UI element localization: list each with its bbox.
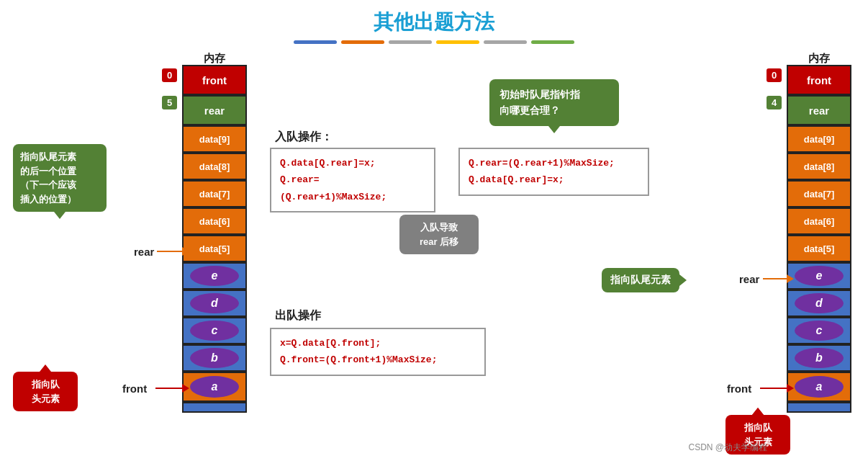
right-memory-label: 内存 [787,52,851,66]
right-cell-d: d [787,290,851,317]
code1-line1: Q.data[Q.rear]=x; [280,158,376,169]
left-bubble-green: 指向队尾元素 的后一个位置 （下一个应该 插入的位置） [13,144,107,212]
right-index-0: 0 [767,68,782,82]
right-rear-label: rear [739,273,759,285]
left-cell-data8: data[8] [182,153,247,180]
left-memory-label: 内存 [182,52,247,66]
right-cell-c: c [787,317,851,344]
left-cell-a: a [182,372,247,402]
dequeue-label: 出队操作 [275,308,321,323]
code3-line2: Q.front=(Q.front+1)%MaxSize; [280,354,437,365]
left-cell-data9: data[9] [182,125,247,153]
left-cell-data7: data[7] [182,180,247,207]
csdn-label: CSDN @动夫学编程 [688,442,767,454]
right-cell-data7: data[7] [787,180,851,207]
code2-line1: Q.rear=(Q.rear+1)%MaxSize; [469,158,615,169]
right-cell-rear: rear [787,95,851,125]
left-cell-d: d [182,290,247,317]
left-front-label: front [122,382,147,395]
left-index-5: 5 [162,96,177,109]
right-cell-data5: data[5] [787,235,851,262]
right-cell-a: a [787,372,851,402]
code2-line2: Q.data[Q.rear]=x; [469,174,564,185]
left-rear-label: rear [134,246,154,258]
enqueue-label: 入队操作： [275,130,333,145]
color-bar [0,40,868,44]
right-front-arrow [760,384,794,393]
code-box-2: Q.rear=(Q.rear+1)%MaxSize; Q.data[Q.rear… [458,148,649,196]
page-title: 其他出题方法 [0,0,868,36]
right-cell-e: e [787,262,851,290]
left-cell-front: front [182,65,247,95]
code3-line1: x=Q.data[Q.front]; [280,338,381,349]
right-index-4: 4 [767,96,782,109]
left-bottom-bar [182,402,247,413]
left-rear-arrow [157,247,189,256]
left-front-arrow [155,384,189,393]
left-cell-e: e [182,262,247,290]
right-cell-b: b [787,344,851,372]
bubble-gray: 入队导致 rear 后移 [399,215,479,254]
left-cell-data5: data[5] [182,235,247,262]
left-cell-rear: rear [182,95,247,125]
right-front-label: front [727,382,751,395]
right-cell-front: front [787,65,851,95]
code1-line2: Q.rear=(Q.rear+1)%MaxSize; [280,174,386,202]
right-bottom-bar [787,402,851,413]
left-cell-b: b [182,344,247,372]
right-cell-data8: data[8] [787,153,851,180]
code-box-1: Q.data[Q.rear]=x; Q.rear=(Q.rear+1)%MaxS… [270,148,435,212]
right-bubble-rear: 指向队尾元素 [602,268,679,292]
left-cell-c: c [182,317,247,344]
left-bubble-red: 指向队 头元素 [13,372,78,411]
left-cell-data6: data[6] [182,207,247,235]
bubble-top-center: 初始时队尾指针指 向哪更合理？ [489,79,619,126]
code-box-3: x=Q.data[Q.front]; Q.front=(Q.front+1)%M… [270,328,486,376]
right-rear-arrow [763,274,794,283]
right-cell-data9: data[9] [787,125,851,153]
right-cell-data6: data[6] [787,207,851,235]
left-index-0: 0 [162,68,177,82]
